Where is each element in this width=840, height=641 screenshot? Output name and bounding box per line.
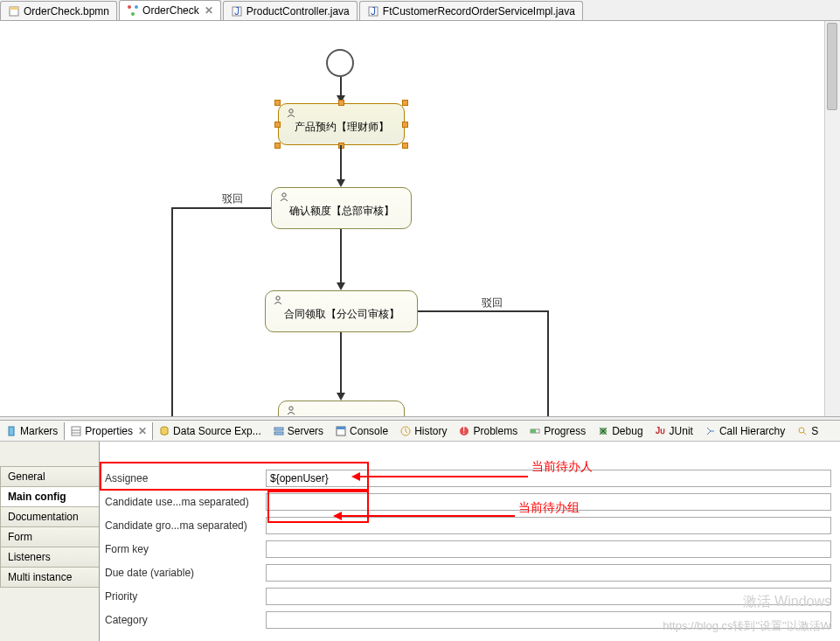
tab-ordercheck-diagram[interactable]: OrderCheck ✕	[119, 0, 221, 20]
input-due-date[interactable]	[266, 564, 831, 582]
svg-point-2	[128, 5, 131, 9]
junit-icon: Jᴜ	[655, 425, 667, 437]
debug-icon	[597, 425, 609, 437]
side-tab-label: Documentation	[8, 511, 79, 523]
sequence-flow	[547, 310, 549, 416]
label-due-date: Due date (variable)	[100, 567, 266, 579]
sequence-flow	[340, 332, 342, 394]
label-assignee: Assignee	[100, 472, 266, 484]
tab-ordercheck-bpmn[interactable]: OrderCheck.bpmn	[0, 1, 117, 20]
task-label: 合同领取【分公司审核】	[284, 308, 399, 320]
sequence-flow	[340, 229, 342, 283]
view-datasource[interactable]: Data Source Exp...	[153, 422, 267, 440]
input-form-key[interactable]	[266, 540, 831, 558]
svg-text:J: J	[371, 6, 376, 17]
search-icon	[796, 425, 809, 437]
tab-label: ProductController.java	[246, 5, 350, 17]
label-form-key: Form key	[100, 543, 266, 555]
side-tab-listeners[interactable]: Listeners	[0, 547, 99, 568]
user-icon	[286, 405, 296, 415]
view-search[interactable]: S	[791, 422, 824, 440]
sequence-flow	[340, 145, 342, 180]
properties-panel: General Main config Documentation Form L…	[0, 442, 840, 641]
view-junit[interactable]: JᴜJUnit	[649, 422, 699, 440]
history-icon	[399, 425, 412, 437]
view-label: History	[414, 425, 447, 437]
close-icon[interactable]: ✕	[205, 4, 213, 17]
scroll-thumb[interactable]	[827, 23, 837, 110]
side-tab-general[interactable]: General	[0, 466, 99, 487]
view-servers[interactable]: Servers	[267, 422, 330, 440]
problems-icon: !	[458, 425, 470, 437]
view-label: Properties	[85, 425, 133, 437]
servers-icon	[273, 425, 285, 437]
svg-rect-18	[274, 428, 283, 430]
sequence-flow	[171, 207, 271, 209]
input-category[interactable]	[266, 611, 831, 629]
view-debug[interactable]: Debug	[592, 422, 649, 440]
bpmn-task-contract-receive[interactable]: 合同领取【分公司审核】	[265, 290, 418, 332]
bpmn-task-product-reserve[interactable]: 产品预约【理财师】	[278, 103, 405, 145]
input-candidate-groups[interactable]	[266, 517, 831, 534]
input-priority[interactable]	[266, 588, 831, 605]
side-tab-main-config[interactable]: Main config	[0, 486, 99, 507]
svg-text:J: J	[234, 6, 240, 17]
java-icon: J	[231, 5, 243, 17]
arrow-head-icon	[337, 282, 345, 290]
user-icon	[279, 192, 289, 202]
arrow-head-icon	[337, 393, 345, 401]
svg-rect-14	[72, 427, 80, 435]
view-console[interactable]: Console	[330, 422, 394, 440]
svg-point-12	[289, 407, 293, 410]
task-label: 产品预约【理财师】	[295, 121, 389, 133]
view-label: Data Source Exp...	[173, 425, 261, 437]
bpmn-start-event[interactable]	[326, 49, 354, 77]
view-markers[interactable]: Markers	[0, 422, 64, 440]
view-problems[interactable]: !Problems	[453, 422, 524, 440]
tab-ftcustomerrecord[interactable]: J FtCustomerRecordOrderServiceImpl.java	[359, 1, 583, 20]
datasource-icon	[158, 425, 170, 437]
input-assignee[interactable]	[266, 470, 831, 487]
view-callhierarchy[interactable]: Call Hierarchy	[699, 422, 791, 440]
svg-point-10	[282, 193, 286, 197]
close-icon[interactable]: ✕	[138, 425, 147, 437]
svg-rect-1	[10, 7, 18, 10]
view-label: Call Hierarchy	[719, 425, 785, 437]
view-progress[interactable]: Progress	[524, 422, 592, 440]
view-label: Servers	[288, 425, 323, 437]
svg-point-9	[289, 109, 293, 113]
user-icon	[286, 108, 296, 118]
vertical-scrollbar[interactable]	[824, 21, 840, 416]
bpmn-canvas[interactable]: 产品预约【理财师】 确认额度【总部审核】 驳回 合同领取【分公司审核】 驳回	[0, 21, 824, 416]
side-tab-form[interactable]: Form	[0, 526, 99, 547]
sequence-flow	[171, 207, 173, 416]
progress-icon	[529, 425, 541, 437]
svg-point-3	[135, 5, 138, 9]
callh-icon	[705, 425, 717, 437]
side-tab-label: Listeners	[8, 551, 51, 563]
svg-rect-21	[337, 427, 345, 429]
svg-text:!: !	[462, 426, 465, 436]
arrow-head-icon	[337, 179, 345, 187]
input-candidate-users[interactable]	[266, 493, 831, 511]
side-tab-multi-instance[interactable]: Multi instance	[0, 567, 99, 588]
view-label: Markers	[20, 425, 58, 437]
props-icon	[70, 425, 82, 437]
tab-productcontroller[interactable]: J ProductController.java	[223, 1, 358, 20]
view-history[interactable]: History	[394, 422, 453, 440]
svg-rect-26	[531, 429, 536, 433]
side-tab-label: General	[8, 470, 45, 483]
tab-label: FtCustomerRecordOrderServiceImpl.java	[383, 5, 575, 17]
properties-side-tabs: General Main config Documentation Form L…	[0, 442, 100, 641]
bpmn-task-partial[interactable]	[278, 401, 405, 416]
views-tabbar: Markers Properties✕ Data Source Exp... S…	[0, 421, 840, 442]
side-tab-label: Multi instance	[8, 571, 72, 583]
row-due-date: Due date (variable)	[100, 561, 840, 584]
side-tab-documentation[interactable]: Documentation	[0, 506, 99, 527]
bpmn-task-confirm-quota[interactable]: 确认额度【总部审核】	[271, 187, 412, 229]
svg-rect-13	[9, 427, 14, 435]
view-properties[interactable]: Properties✕	[64, 422, 153, 440]
properties-form: Assignee Candidate use...ma separated) C…	[100, 442, 840, 641]
view-label: Console	[350, 425, 388, 437]
flow-label-reject: 驳回	[482, 296, 503, 310]
